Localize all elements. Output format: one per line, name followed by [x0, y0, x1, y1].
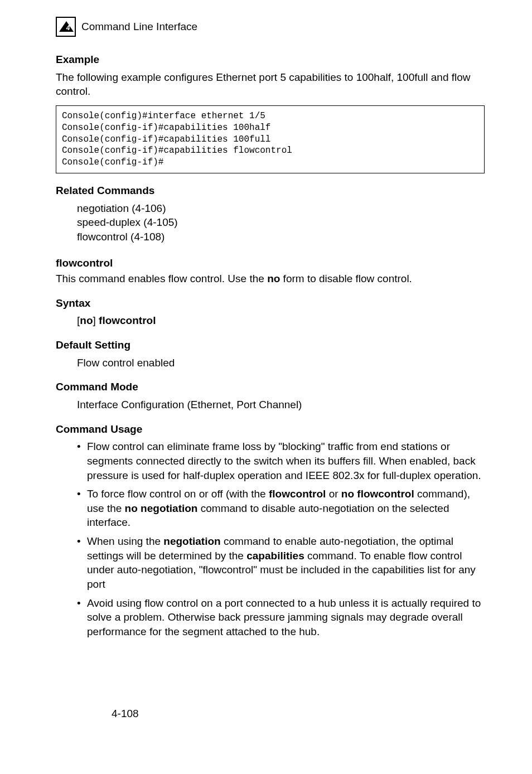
syntax-heading: Syntax — [56, 296, 485, 311]
cmd-desc-pre: This command enables flow control. Use t… — [56, 273, 267, 284]
cmd-desc-bold: no — [267, 273, 280, 284]
usage-bold-text: capabilities — [246, 550, 304, 562]
usage-item: When using the negotiation command to en… — [77, 534, 485, 592]
syntax-close-bracket: ] — [93, 315, 99, 326]
usage-list: Flow control can eliminate frame loss by… — [56, 439, 485, 638]
related-item: negotiation (4-106) — [77, 201, 485, 216]
chapter-number-icon: 4 — [57, 20, 74, 34]
page-header: 4 Command Line Interface — [56, 17, 485, 37]
usage-text: Avoid using flow control on a port conne… — [87, 597, 481, 637]
usage-text: or — [326, 488, 341, 500]
related-heading: Related Commands — [56, 183, 485, 198]
usage-item: Flow control can eliminate frame loss by… — [77, 439, 485, 482]
mode-heading: Command Mode — [56, 380, 485, 394]
usage-heading: Command Usage — [56, 422, 485, 437]
page-number: 4-108 — [112, 707, 139, 721]
usage-bold-text: negotiation — [163, 535, 220, 547]
example-paragraph: The following example configures Etherne… — [56, 70, 485, 99]
usage-bold-text: no negotiation — [125, 502, 198, 514]
command-name: flowcontrol — [56, 256, 485, 270]
usage-text: Flow control can eliminate frame loss by… — [87, 441, 481, 481]
cmd-desc-post: form to disable flow control. — [280, 273, 412, 284]
command-description: This command enables flow control. Use t… — [56, 272, 485, 286]
syntax-cmdword: flowcontrol — [99, 315, 156, 326]
usage-item: To force flow control on or off (with th… — [77, 487, 485, 530]
related-item: flowcontrol (4-108) — [77, 230, 485, 244]
syntax-line: [no] flowcontrol — [56, 313, 485, 328]
example-heading: Example — [56, 52, 485, 67]
syntax-no: no — [80, 315, 93, 326]
usage-text: To force flow control on or off (with th… — [87, 488, 269, 500]
default-text: Flow control enabled — [56, 356, 485, 370]
usage-bold-text: flowcontrol — [269, 488, 326, 500]
example-code-block: Console(config)#interface ethernet 1/5 C… — [56, 105, 485, 173]
mode-text: Interface Configuration (Ethernet, Port … — [56, 398, 485, 412]
usage-text: When using the — [87, 535, 163, 547]
usage-bold-text: no flowcontrol — [341, 488, 414, 500]
related-commands-list: negotiation (4-106) speed-duplex (4-105)… — [56, 201, 485, 244]
default-heading: Default Setting — [56, 338, 485, 352]
running-title: Command Line Interface — [81, 20, 197, 34]
chapter-number-text: 4 — [66, 24, 70, 32]
chapter-number-badge: 4 — [56, 17, 76, 37]
related-item: speed-duplex (4-105) — [77, 215, 485, 230]
usage-item: Avoid using flow control on a port conne… — [77, 596, 485, 639]
